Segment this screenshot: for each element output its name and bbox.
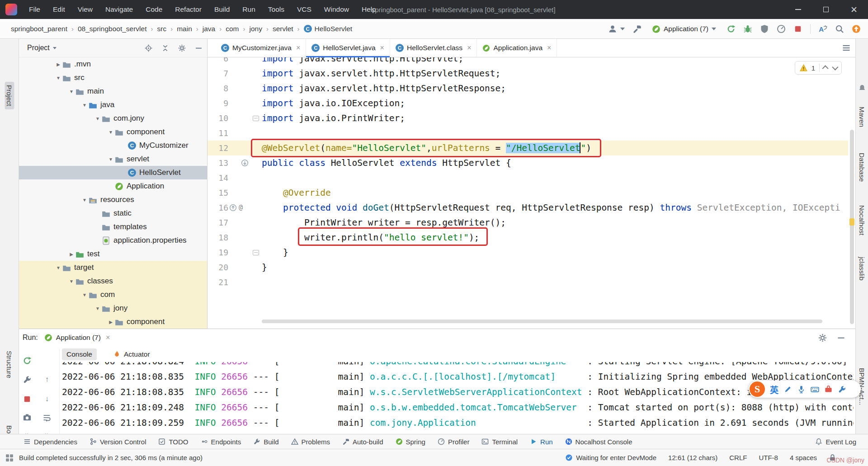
code-line-9[interactable]: 9import java.io.IOException; xyxy=(208,96,848,111)
rerun-icon[interactable] xyxy=(726,24,736,33)
tree-item-src[interactable]: ▼src xyxy=(19,71,207,85)
code-line-13[interactable]: 13public class HelloServlet extends Http… xyxy=(208,155,848,170)
breadcrumb-item-08_springboot_servlet[interactable]: 08_springboot_servlet xyxy=(78,25,147,33)
tool-window-button-spring[interactable]: Spring xyxy=(396,438,425,446)
menu-build[interactable]: Build xyxy=(208,0,236,19)
tool-strip-maven[interactable]: Maven xyxy=(858,107,866,127)
menu-navigate[interactable]: Navigate xyxy=(99,0,139,19)
tree-chevron-icon[interactable]: ▼ xyxy=(94,306,102,311)
run-view-tab-console[interactable]: Console xyxy=(62,348,97,360)
override-gutter-icon[interactable] xyxy=(229,204,237,212)
tool-window-button-run[interactable]: Run xyxy=(530,438,553,446)
code-line-14[interactable]: 14 xyxy=(208,170,848,185)
tree-item-resources[interactable]: ▼resources xyxy=(19,193,207,207)
status-widget-12-61-12-chars-[interactable]: 12:61 (12 chars) xyxy=(668,454,717,461)
editor-tab-HelloServlet.java[interactable]: CHelloServlet.java× xyxy=(306,39,390,57)
rerun-button-icon[interactable] xyxy=(23,356,32,365)
code-line-18[interactable]: 18 writer.println("hello servlet!"); xyxy=(208,230,848,245)
tool-window-button-profiler[interactable]: Profiler xyxy=(438,438,470,446)
menu-vcs[interactable]: VCS xyxy=(291,0,318,19)
tool-window-button-build[interactable]: Build xyxy=(253,438,278,446)
status-widget-waiting-for-enter-devmode[interactable]: Waiting for enter DevMode xyxy=(565,454,656,461)
user-icon[interactable] xyxy=(608,24,617,33)
tool-window-switcher-icon[interactable] xyxy=(5,454,14,462)
minimize-panel-icon[interactable] xyxy=(837,334,845,342)
close-button[interactable]: ✕ xyxy=(840,0,868,19)
microphone-icon[interactable] xyxy=(797,385,806,394)
editor-tab-MyCustomizer.java[interactable]: CMyCustomizer.java× xyxy=(216,39,306,57)
code-line-8[interactable]: 8import javax.servlet.http.HttpServletRe… xyxy=(208,81,848,96)
update-icon[interactable] xyxy=(852,24,861,33)
tool-window-button-terminal[interactable]: Terminal xyxy=(481,438,518,446)
editor-body[interactable]: 6import javax.servlet.http.HttpServlet;7… xyxy=(208,57,855,329)
run-view-tab-actuator[interactable]: Actuator xyxy=(108,348,155,360)
stop-icon[interactable] xyxy=(793,24,802,33)
search-icon[interactable] xyxy=(835,24,844,33)
debug-icon[interactable] xyxy=(743,24,752,33)
breadcrumb-item-servlet[interactable]: servlet xyxy=(273,25,293,33)
close-icon[interactable]: × xyxy=(106,334,110,342)
status-widget-crlf[interactable]: CRLF xyxy=(729,454,747,461)
close-icon[interactable]: × xyxy=(380,44,384,52)
editor-horizontal-scrollbar[interactable] xyxy=(262,320,822,323)
tool-strip-jclasslib[interactable]: jclasslib xyxy=(858,257,866,281)
tree-chevron-icon[interactable]: ▼ xyxy=(107,130,115,135)
code-line-7[interactable]: 7import javax.servlet.http.HttpServletRe… xyxy=(208,66,848,81)
tree-chevron-icon[interactable]: ▼ xyxy=(54,265,62,270)
breadcrumb-item-com[interactable]: com xyxy=(226,25,239,33)
down-arrow-icon[interactable]: ↓ xyxy=(42,395,52,404)
wrench-icon[interactable] xyxy=(838,385,846,394)
breadcrumb-item-main[interactable]: main xyxy=(177,25,192,33)
tool-window-button-dependencies[interactable]: Dependencies xyxy=(24,438,77,446)
previous-warning-button[interactable] xyxy=(822,65,829,71)
stop-button-icon[interactable] xyxy=(23,395,32,404)
ime-toolbar[interactable]: S 英 xyxy=(749,381,861,398)
code-line-17[interactable]: 17 PrintWriter writer = resp.getWriter()… xyxy=(208,215,848,230)
code-line-11[interactable]: 11 xyxy=(208,126,848,141)
tree-item-static[interactable]: static xyxy=(19,207,207,220)
keyboard-icon[interactable] xyxy=(811,385,819,394)
code-line-10[interactable]: 10import java.io.PrintWriter; xyxy=(208,111,848,126)
tree-chevron-icon[interactable]: ▶ xyxy=(67,252,75,257)
code-line-20[interactable]: 20} xyxy=(208,260,848,275)
coverage-icon[interactable] xyxy=(760,24,769,33)
maximize-button[interactable] xyxy=(812,0,840,19)
code-line-16[interactable]: 16@ protected void doGet(HttpServletRequ… xyxy=(208,200,848,215)
menu-tools[interactable]: Tools xyxy=(262,0,291,19)
project-panel-title[interactable]: Project xyxy=(27,44,50,52)
next-warning-button[interactable] xyxy=(832,64,838,71)
console-output[interactable]: 2022-06-06 21:18:08.824 INFO 26656 --- [… xyxy=(62,362,854,432)
menu-window[interactable]: Window xyxy=(318,0,355,19)
fold-marker-icon[interactable] xyxy=(253,250,259,255)
code-line-6[interactable]: 6import javax.servlet.http.HttpServlet; xyxy=(208,57,848,66)
tree-item-HelloServlet[interactable]: CHelloServlet xyxy=(19,166,207,179)
run-configuration-selector[interactable]: Application (7) xyxy=(649,24,719,35)
translate-icon[interactable]: A xyxy=(818,24,827,33)
tree-item-com.jony[interactable]: ▼com.jony xyxy=(19,112,207,125)
fold-marker-icon[interactable] xyxy=(253,116,259,121)
tree-item-component[interactable]: ▶component xyxy=(19,315,207,329)
editor-tab-HelloServlet.class[interactable]: CHelloServlet.class× xyxy=(390,39,477,57)
tree-item-templates[interactable]: templates xyxy=(19,220,207,234)
pen-icon[interactable] xyxy=(783,385,792,394)
tree-item-jony[interactable]: ▼jony xyxy=(19,301,207,315)
sogou-ime-logo-icon[interactable]: S xyxy=(750,381,765,397)
toolbox-icon[interactable] xyxy=(824,385,833,394)
tree-chevron-icon[interactable]: ▼ xyxy=(80,292,89,297)
tool-window-button-problems[interactable]: Problems xyxy=(291,438,330,446)
menu-code[interactable]: Code xyxy=(139,0,169,19)
tree-item-component[interactable]: ▼component xyxy=(19,125,207,139)
chevron-down-icon[interactable] xyxy=(53,47,57,49)
menu-edit[interactable]: Edit xyxy=(47,0,71,19)
status-widget-4-spaces[interactable]: 4 spaces xyxy=(790,454,817,461)
breadcrumb-item-java[interactable]: java xyxy=(203,25,215,33)
close-icon[interactable]: × xyxy=(547,44,551,52)
editor-tab-Application.java[interactable]: Application.java× xyxy=(477,39,557,57)
bell-icon[interactable] xyxy=(858,84,866,92)
tree-item-.mvn[interactable]: ▶.mvn xyxy=(19,57,207,71)
code-line-21[interactable]: 21 xyxy=(208,275,848,290)
tool-window-button-event-log[interactable]: Event Log xyxy=(815,438,856,446)
menu-view[interactable]: View xyxy=(71,0,99,19)
menu-run[interactable]: Run xyxy=(236,0,261,19)
tree-item-application.properties[interactable]: application.properties xyxy=(19,234,207,247)
